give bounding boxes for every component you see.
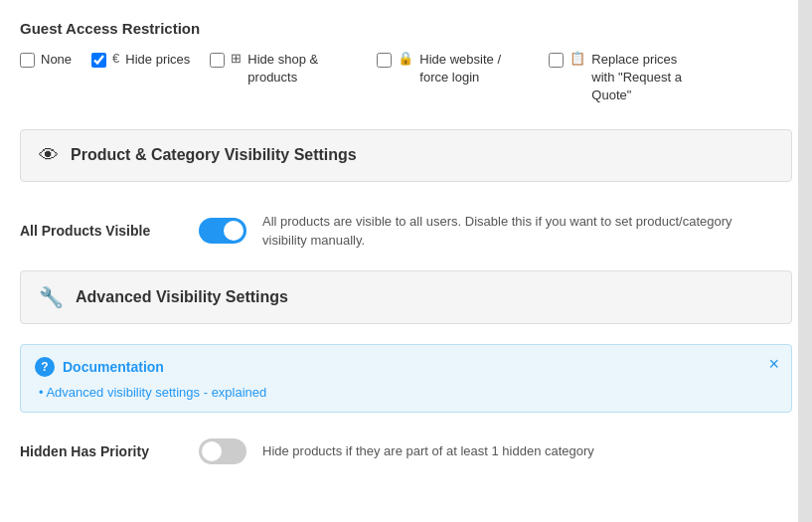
eye-icon: 👁	[39, 144, 59, 167]
euro-icon: €	[112, 51, 119, 66]
all-products-visible-row: All Products Visible All products are vi…	[20, 202, 792, 270]
option-hide-website[interactable]: 🔒 Hide website / force login	[377, 51, 529, 87]
option-hide-prices[interactable]: € Hide prices	[91, 51, 190, 69]
product-visibility-panel-header[interactable]: 👁 Product & Category Visibility Settings	[20, 129, 792, 182]
lock-icon: 🔒	[398, 51, 413, 66]
advanced-visibility-title: Advanced Visibility Settings	[76, 288, 288, 306]
checkbox-none[interactable]	[20, 53, 35, 68]
option-none[interactable]: None	[20, 51, 72, 69]
advanced-visibility-panel-header[interactable]: 🔧 Advanced Visibility Settings	[20, 270, 792, 324]
product-visibility-title: Product & Category Visibility Settings	[71, 146, 357, 164]
shop-icon: ⊞	[231, 51, 242, 66]
quote-icon: 📋	[569, 51, 585, 66]
question-icon: ?	[35, 357, 55, 377]
checkbox-hide-website[interactable]	[377, 53, 392, 68]
checkbox-replace-prices[interactable]	[549, 53, 564, 68]
option-hide-prices-label: Hide prices	[125, 51, 190, 69]
option-replace-prices[interactable]: 📋 Replace prices with "Request a Quote"	[549, 51, 701, 105]
all-products-description: All products are visible to all users. D…	[262, 212, 739, 251]
wrench-icon: 🔧	[39, 285, 64, 309]
doc-close-button[interactable]: ×	[768, 355, 779, 373]
toggle-slider-hidden	[199, 438, 246, 464]
doc-box-header: ? Documentation	[35, 357, 777, 377]
doc-link[interactable]: Advanced visibility settings - explained	[35, 385, 777, 400]
option-replace-prices-label: Replace prices with "Request a Quote"	[591, 51, 701, 105]
hidden-priority-toggle[interactable]	[199, 438, 246, 464]
checkbox-hide-prices[interactable]	[91, 53, 106, 68]
toggle-wrapper-products: All products are visible to all users. D…	[199, 212, 739, 251]
toggle-slider-products	[199, 218, 246, 244]
option-none-label: None	[41, 51, 72, 69]
hidden-priority-description: Hide products if they are part of at lea…	[262, 441, 594, 461]
toggle-wrapper-hidden: Hide products if they are part of at lea…	[199, 438, 594, 464]
all-products-toggle[interactable]	[199, 218, 246, 244]
guest-access-section: Guest Access Restriction None € Hide pri…	[20, 20, 792, 105]
documentation-box: ? Documentation × Advanced visibility se…	[20, 344, 792, 413]
option-hide-shop[interactable]: ⊞ Hide shop & products	[210, 51, 357, 87]
all-products-label: All Products Visible	[20, 223, 179, 239]
checkbox-hide-shop[interactable]	[210, 53, 225, 68]
restriction-options: None € Hide prices ⊞ Hide shop & product…	[20, 51, 792, 105]
doc-title: Documentation	[63, 359, 164, 375]
hidden-priority-label: Hidden Has Priority	[20, 443, 179, 459]
option-hide-website-label: Hide website / force login	[419, 51, 529, 87]
guest-access-title: Guest Access Restriction	[20, 20, 792, 37]
hidden-priority-row: Hidden Has Priority Hide products if the…	[20, 433, 792, 470]
option-hide-shop-label: Hide shop & products	[247, 51, 357, 87]
